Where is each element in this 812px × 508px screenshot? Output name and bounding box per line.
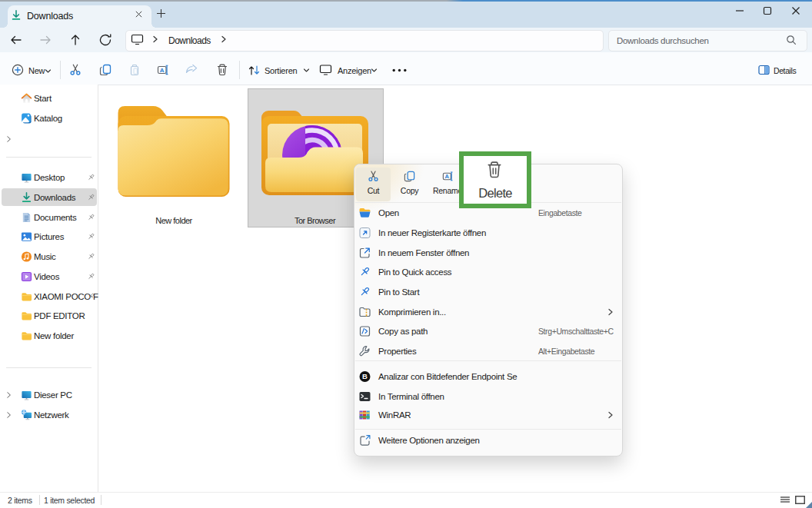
svg-text:A: A (160, 67, 165, 74)
svg-text:A: A (445, 173, 450, 180)
svg-text:B: B (362, 372, 368, 380)
